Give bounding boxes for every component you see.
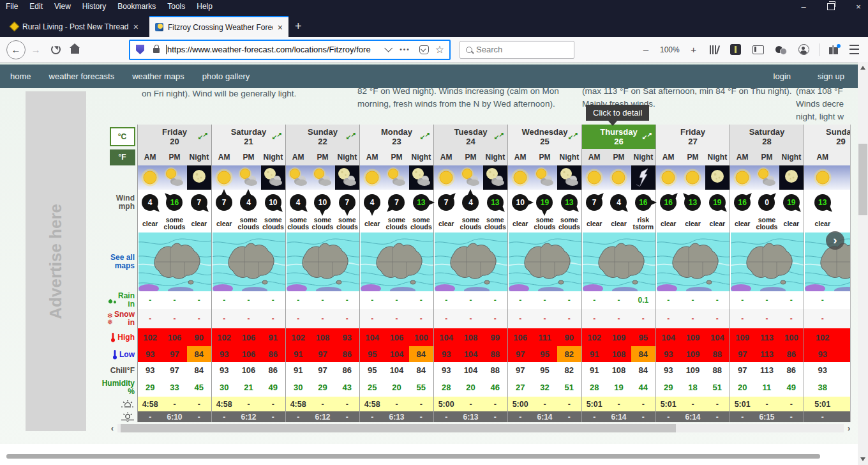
expand-arrows-icon[interactable]: ↗↙ — [495, 130, 504, 141]
weather-map-thumbnail[interactable] — [287, 232, 359, 291]
bookmark-star-icon[interactable]: ☆ — [435, 43, 444, 56]
expand-arrows-icon[interactable]: ↗↙ — [198, 130, 208, 141]
scroll-up-arrow[interactable] — [860, 66, 865, 70]
nav-link-photo-gallery[interactable]: photo gallery — [193, 72, 258, 81]
table-scroll-right-arrow[interactable]: › — [844, 423, 854, 433]
day-header[interactable]: Sunday 22 ↗↙ — [286, 125, 359, 149]
menu-tools[interactable]: Tools — [161, 0, 191, 13]
menu-view[interactable]: View — [49, 0, 77, 13]
expand-arrows-icon[interactable]: ↗↙ — [273, 130, 282, 141]
map-cell[interactable] — [434, 232, 507, 291]
minimize-button[interactable]: – — [799, 2, 808, 11]
new-tab-button[interactable]: + — [295, 20, 302, 33]
sunset-row: -6:14- — [508, 411, 581, 422]
nav-link-login[interactable]: login — [760, 72, 804, 81]
table-scrollbar-track[interactable] — [117, 424, 844, 432]
search-bar[interactable]: Search — [460, 41, 574, 59]
home-button[interactable] — [71, 48, 79, 54]
expand-arrows-icon[interactable]: ↗↙ — [569, 130, 578, 141]
condition-row: clearsomecloudsclear — [730, 215, 804, 232]
low-temp-value: 106 — [236, 346, 260, 362]
weather-map-thumbnail[interactable] — [213, 232, 285, 291]
period-label: AM — [286, 149, 310, 165]
day-header[interactable]: Wednesday 25 ↗↙ — [508, 125, 581, 149]
weather-map-thumbnail[interactable] — [138, 232, 211, 291]
day-header[interactable]: Saturday 28 — [730, 125, 804, 149]
nav-link-weather-forecasts[interactable]: weather forecasts — [40, 72, 124, 81]
menu-history[interactable]: History — [77, 0, 112, 13]
weather-map-thumbnail[interactable] — [657, 232, 730, 291]
nav-link-sign-up[interactable]: sign up — [804, 72, 858, 81]
nav-link-home[interactable]: home — [0, 72, 40, 81]
snow-row: --- — [656, 309, 730, 328]
scroll-down-arrow[interactable] — [860, 457, 865, 461]
menu-file[interactable]: File — [0, 0, 24, 13]
hamburger-menu-icon[interactable] — [849, 45, 859, 54]
tab-close-icon[interactable]: × — [133, 22, 138, 32]
day-header[interactable]: Saturday 21 ↗↙ — [212, 125, 285, 149]
map-cell[interactable] — [360, 232, 433, 291]
next-days-button[interactable]: › — [826, 231, 844, 250]
gift-icon[interactable] — [829, 47, 838, 54]
horizontal-scrollbar-thumb[interactable] — [6, 454, 820, 459]
zoom-in-button[interactable]: + — [688, 44, 700, 55]
sidebar-icon[interactable] — [752, 45, 764, 54]
celsius-button[interactable]: °C — [110, 127, 135, 146]
day-header[interactable]: Monday 23 ↗↙ — [360, 125, 433, 149]
sunrise-value: - — [754, 397, 779, 411]
forward-button[interactable]: → — [30, 44, 41, 55]
menu-edit[interactable]: Edit — [24, 0, 49, 13]
tab-0[interactable]: Rural Living - Post New Thread × — [5, 16, 144, 37]
day-header[interactable]: Tuesday 24 ↗↙ — [434, 125, 507, 149]
url-bar[interactable]: https://www.weather-forecast.com/locatio… — [129, 40, 451, 60]
tracking-protection-shield-icon[interactable] — [136, 45, 144, 54]
day-header[interactable]: Thursday 26 ↗↙ — [582, 125, 655, 149]
tab-close-icon[interactable]: × — [278, 22, 283, 33]
map-cell[interactable] — [656, 232, 730, 291]
table-scrollbar-thumb[interactable] — [121, 424, 676, 432]
chevron-down-icon[interactable] — [384, 44, 393, 52]
weather-map-thumbnail[interactable] — [435, 232, 507, 291]
restore-button[interactable] — [827, 3, 835, 10]
map-cell[interactable] — [508, 232, 581, 291]
menu-bookmarks[interactable]: Bookmarks — [112, 0, 161, 13]
rain-value: - — [754, 291, 779, 309]
reload-button[interactable] — [51, 45, 61, 54]
map-cell[interactable] — [730, 232, 804, 291]
vertical-scrollbar[interactable] — [858, 62, 868, 465]
account-icon[interactable] — [798, 44, 809, 55]
page-actions-icon[interactable]: ••• — [400, 46, 410, 53]
day-header[interactable]: Friday 20 ↗↙ — [138, 125, 211, 149]
pocket-icon[interactable] — [419, 45, 429, 54]
chill-value: 91 — [286, 362, 310, 378]
weather-map-thumbnail[interactable] — [361, 232, 433, 291]
map-cell[interactable] — [138, 232, 211, 291]
fahrenheit-button[interactable]: °F — [110, 149, 135, 165]
close-button[interactable]: × — [854, 2, 863, 11]
day-header[interactable]: Sunday 29 — [804, 125, 851, 149]
map-cell[interactable] — [582, 232, 655, 291]
advertise-placeholder[interactable]: Advertise here — [26, 91, 86, 431]
expand-arrows-icon[interactable]: ↗↙ — [421, 130, 430, 141]
day-name: Wednesday — [521, 127, 567, 137]
vertical-scrollbar-thumb[interactable] — [858, 144, 867, 215]
tab-1[interactable]: Fitzroy Crossing Weather Forec × — [149, 16, 288, 37]
extension-icon[interactable] — [730, 44, 741, 55]
day-header[interactable]: Friday 27 — [656, 125, 730, 149]
map-cell[interactable] — [286, 232, 359, 291]
table-scroll-left-arrow[interactable]: ‹ — [107, 423, 117, 433]
map-cell[interactable] — [212, 232, 285, 291]
themes-icon[interactable] — [775, 45, 787, 54]
expand-arrows-icon[interactable]: ↗↙ — [347, 130, 356, 141]
weather-map-thumbnail[interactable] — [583, 232, 655, 291]
url-text[interactable]: https://www.weather-forecast.com/locatio… — [166, 45, 378, 54]
zoom-out-button[interactable]: – — [640, 44, 652, 55]
weather-map-thumbnail[interactable] — [731, 232, 804, 291]
weather-map-thumbnail[interactable] — [509, 232, 581, 291]
menu-help[interactable]: Help — [191, 0, 218, 13]
nav-link-weather-maps[interactable]: weather maps — [123, 72, 193, 81]
back-button[interactable]: ← — [6, 40, 26, 59]
expand-arrows-icon[interactable]: ↗↙ — [643, 130, 652, 141]
see-all-maps-link[interactable]: See allmaps — [107, 232, 137, 291]
library-icon[interactable] — [710, 45, 719, 54]
